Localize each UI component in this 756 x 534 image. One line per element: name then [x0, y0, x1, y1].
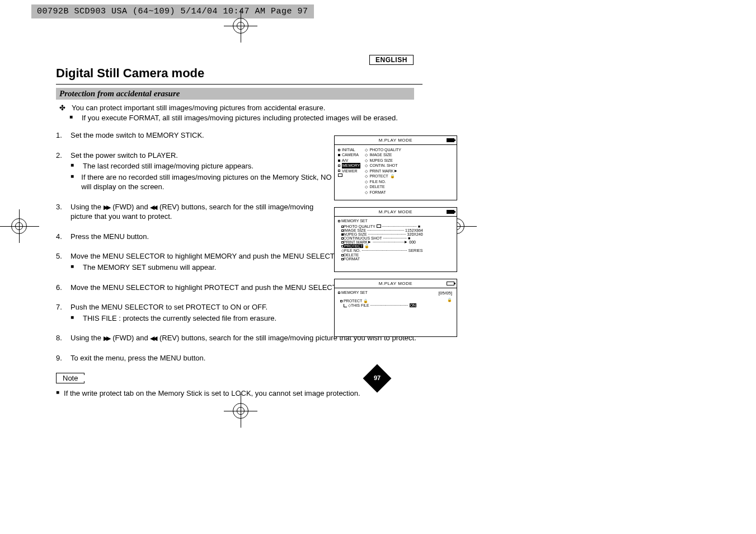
tv-icon [338, 174, 342, 177]
square-bullet-icon: ■ [71, 172, 77, 192]
crop-mark-left [2, 213, 36, 240]
step-number: 4. [56, 232, 66, 242]
substep-text: The MEMORY SET submenu will appear. [83, 263, 216, 273]
step-number: 2. [56, 151, 66, 161]
battery-icon [447, 210, 454, 214]
crop-mark-top [227, 12, 254, 39]
prepress-header: 00792B SCD903 USA (64~109) 5/14/04 10:47… [31, 4, 314, 18]
fast-forward-icon: ▶▶ [104, 337, 111, 340]
note-text: If the write protect tab on the Memory S… [64, 389, 360, 397]
open-bullet-icon [340, 300, 342, 302]
play-icon [405, 241, 408, 243]
menu-row: DELETE [344, 253, 359, 257]
submenu-title: MEMORY SET [341, 291, 368, 294]
lock-icon [363, 299, 368, 303]
menu-row: PHOTO QUALITY ··························… [344, 224, 420, 228]
menu-item: VIEWER [342, 168, 358, 174]
lock-icon [447, 297, 452, 302]
osd-title: M.PLAY MODE [379, 281, 412, 286]
menu-item: MJPEG SIZE [369, 158, 393, 163]
menu-item: PROTECT [369, 174, 388, 179]
menu-item: FORMAT [369, 190, 386, 195]
substep-text: The last recorded still image/moving pic… [83, 161, 253, 171]
square-bullet-icon: ■ [56, 389, 59, 397]
osd-screen-3: M.PLAY MODE MEMORY SET [05/05] PROTECT ◇… [334, 279, 457, 337]
step-text: Move the MENU SELECTOR to highlight PROT… [71, 283, 350, 293]
menu-row-selected: PROTECT [344, 244, 363, 248]
note-label-box: Note [56, 373, 84, 383]
open-bullet-icon [338, 220, 340, 222]
page-title: Digital Still Camera mode [56, 66, 422, 81]
battery-icon [447, 282, 454, 285]
thisfile-label: THIS FILE [351, 303, 369, 307]
menu-item: INITIAL [342, 147, 355, 152]
square-bullet-icon: ■ [71, 161, 78, 171]
osd-screen-2: M.PLAY MODE MEMORY SET PHOTO QUALITY ···… [334, 207, 457, 272]
square-bullet-icon: ■ [71, 313, 78, 324]
step-number: 9. [56, 353, 66, 363]
step-text: Push the MENU SELECTOR to set PROTECT to… [71, 302, 267, 312]
intro-bullets: ✤You can protect important still images/… [56, 103, 422, 123]
lock-icon [364, 244, 369, 248]
menu-row: FORMAT [344, 257, 360, 261]
step-number: 5. [56, 251, 66, 261]
step-text: Using the ▶▶ (FWD) and ◀◀ (REV) buttons,… [71, 202, 334, 222]
menu-item: IMAGE SIZE [369, 152, 392, 157]
step-number: 3. [56, 202, 66, 222]
protect-label: PROTECT [344, 299, 362, 303]
battery-icon [447, 138, 454, 142]
menu-row: IMAGE SIZE ·····························… [344, 228, 423, 232]
section-subtitle: Protection from accidental erasure [56, 88, 414, 100]
osd-left-menu: INITIAL CAMERA A/V MEMORY VIEWER [338, 147, 360, 195]
step-number: 6. [56, 283, 66, 293]
menu-item-selected: MEMORY [342, 163, 360, 168]
open-bullet-icon [338, 149, 340, 151]
step-text: Press the MENU button. [71, 232, 149, 242]
title-rule [56, 84, 422, 85]
step-number: 1. [56, 130, 66, 140]
menu-item: CAMERA [342, 152, 359, 157]
menu-item: CONTIN. SHOT [369, 163, 397, 168]
crop-mark-bottom [227, 397, 254, 424]
plus-bullet-icon: ✤ [59, 103, 67, 113]
step-text: Set the power switch to PLAYER. [71, 151, 178, 161]
osd-right-menu: ◇PHOTO QUALITY ◇IMAGE SIZE ◇MJPEG SIZE ◇… [365, 147, 401, 195]
bullet-text: You can protect important still images/m… [72, 103, 325, 113]
menu-item: A/V [342, 158, 348, 163]
step-text: Move the MENU SELECTOR to highlight MEMO… [71, 251, 348, 261]
square-bullet-icon: ■ [71, 263, 78, 273]
step-number: 8. [56, 333, 66, 343]
play-icon [369, 241, 372, 243]
rewind-icon: ◀◀ [150, 337, 157, 340]
menu-row: PRINT MARK ·····························… [344, 240, 416, 244]
menu-row: MJPEG SIZE ·····························… [344, 232, 423, 236]
step-number: 7. [56, 302, 66, 312]
step-text: To exit the menu, press the MENU button. [71, 353, 205, 363]
lock-icon [390, 174, 395, 179]
menu-row: FILE NO. ·······························… [344, 249, 422, 252]
osd-title: M.PLAY MODE [379, 209, 412, 214]
menu-item: PRINT MARK [369, 168, 393, 174]
menu-item: PHOTO QUALITY [369, 147, 401, 152]
menu-row: CONTINUOUS SHOT ······················ ■ [344, 236, 410, 240]
tree-icon [344, 304, 347, 307]
menu-item: DELETE [369, 184, 384, 189]
osd-title: M.PLAY MODE [379, 138, 412, 143]
value-on: ON [410, 303, 417, 307]
menu-item: FILE NO. [369, 179, 386, 184]
step-text: Set the mode switch to MEMORY STICK. [71, 130, 204, 140]
open-bullet-icon [338, 170, 340, 172]
play-icon [395, 170, 398, 172]
osd-screen-1: M.PLAY MODE INITIAL CAMERA A/V MEMORY VI… [334, 135, 457, 200]
fast-forward-icon: ▶▶ [104, 206, 111, 209]
open-bullet-icon [338, 292, 340, 294]
tv-icon [377, 224, 381, 228]
rewind-icon: ◀◀ [150, 206, 157, 209]
submenu-title: MEMORY SET [341, 219, 368, 223]
open-bullet-icon [338, 165, 340, 167]
substep-text: THIS FILE : protects the currently selec… [83, 313, 276, 324]
square-bullet-icon: ■ [69, 113, 77, 123]
filled-bullet-icon [338, 160, 340, 162]
counter-label: [05/05] [439, 291, 452, 296]
bullet-text: If you execute FORMAT, all still images/… [82, 113, 398, 123]
